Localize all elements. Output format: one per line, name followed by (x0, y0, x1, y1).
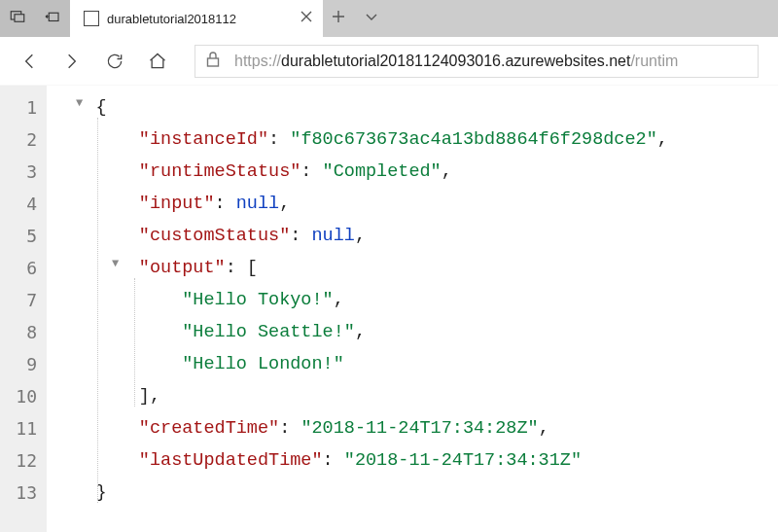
close-tab-icon[interactable] (300, 10, 313, 27)
code-line: "runtimeStatus": "Completed", (53, 156, 668, 188)
code-line: "customStatus": null, (53, 220, 668, 252)
svg-rect-3 (208, 58, 219, 66)
code-line: "createdTime": "2018-11-24T17:34:28Z", (53, 412, 668, 444)
line-number: 12 (0, 444, 47, 477)
fold-toggle-icon[interactable]: ▼ (112, 257, 119, 270)
restore-tabs-icon[interactable] (44, 8, 61, 29)
fold-toggle-icon[interactable]: ▼ (76, 96, 83, 110)
code-line: "input": null, (53, 188, 668, 220)
line-number: 11 (0, 412, 47, 444)
nav-bar: https://durabletutorial20181124093016.az… (0, 37, 778, 86)
json-viewer: 1 2 3 4 5 6 7 8 9 10 11 12 13 ▼ ▼ { "ins… (0, 86, 778, 532)
set-aside-tabs-icon[interactable] (9, 8, 26, 29)
code-line: "Hello London!" (53, 348, 668, 380)
page-favicon-icon (84, 11, 99, 26)
window-buttons (0, 0, 70, 37)
line-number: 7 (0, 284, 47, 316)
line-number: 4 (0, 188, 47, 220)
indent-guide (97, 118, 98, 503)
back-button[interactable] (19, 52, 39, 71)
address-bar[interactable]: https://durabletutorial20181124093016.az… (194, 45, 759, 78)
active-tab[interactable]: durabletutorial2018112 (70, 0, 323, 37)
code-line: ], (53, 380, 668, 412)
lock-icon (205, 51, 221, 72)
tab-actions (323, 0, 379, 37)
home-button[interactable] (148, 52, 167, 71)
svg-rect-2 (49, 13, 58, 20)
line-number: 3 (0, 156, 47, 188)
line-number: 1 (0, 91, 47, 124)
code-line: "Hello Tokyo!", (53, 284, 668, 316)
line-number: 10 (0, 380, 47, 412)
refresh-button[interactable] (105, 52, 124, 71)
code-line: } (53, 477, 668, 509)
indent-guide (134, 278, 135, 407)
line-number-gutter: 1 2 3 4 5 6 7 8 9 10 11 12 13 (0, 86, 47, 532)
tab-bar: durabletutorial2018112 (0, 0, 778, 37)
line-number: 2 (0, 124, 47, 156)
url-text: https://durabletutorial20181124093016.az… (234, 53, 678, 70)
code-line: { (53, 91, 668, 124)
line-number: 8 (0, 316, 47, 348)
line-number: 6 (0, 252, 47, 284)
line-number: 13 (0, 477, 47, 509)
tab-title: durabletutorial2018112 (107, 12, 290, 26)
code-line: "Hello Seattle!", (53, 316, 668, 348)
svg-rect-1 (15, 15, 24, 22)
tab-menu-icon[interactable] (364, 9, 379, 28)
code-line: "lastUpdatedTime": "2018-11-24T17:34:31Z… (53, 444, 668, 477)
code-line: "instanceId": "f80c673673ac4a13bd8864f6f… (53, 124, 668, 156)
line-number: 9 (0, 348, 47, 380)
line-number: 5 (0, 220, 47, 252)
forward-button[interactable] (62, 52, 82, 71)
new-tab-icon[interactable] (331, 9, 346, 28)
code-line: "output": [ (53, 252, 668, 284)
code-area[interactable]: ▼ ▼ { "instanceId": "f80c673673ac4a13bd8… (47, 86, 668, 532)
